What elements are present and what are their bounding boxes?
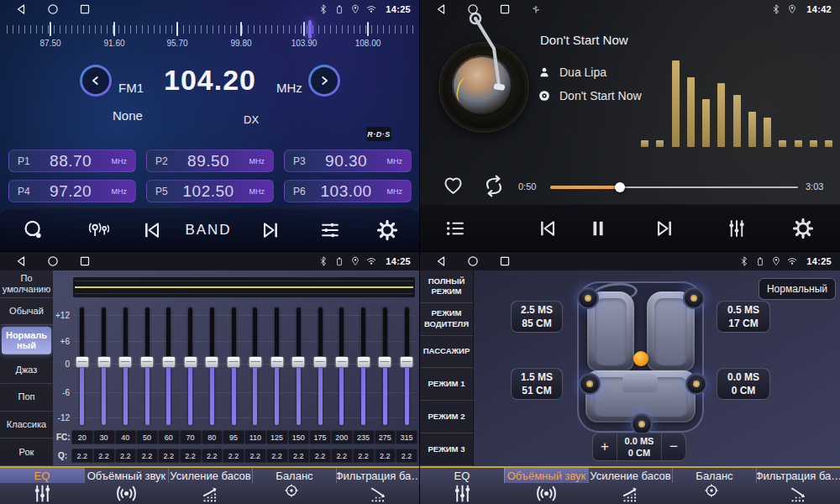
front-right-speaker-icon[interactable] — [683, 287, 705, 309]
nav-recents-icon[interactable] — [79, 3, 91, 15]
mode-passenger[interactable]: ПАССАЖИР — [420, 336, 473, 369]
progress-knob[interactable] — [615, 182, 625, 192]
eq-band-slider[interactable] — [375, 307, 396, 425]
tab-filter[interactable]: Фильтрация ба… — [336, 468, 420, 504]
slider-handle[interactable] — [161, 356, 176, 368]
slider-handle[interactable] — [75, 356, 89, 368]
nav-recents-icon[interactable] — [79, 255, 91, 267]
tab-bass-boost[interactable]: Усиление басов — [588, 468, 672, 504]
slider-handle[interactable] — [227, 356, 241, 368]
eq-preset-normal-selected[interactable]: Нормальный — [2, 327, 51, 354]
slider-handle[interactable] — [356, 356, 370, 368]
favorite-heart-icon[interactable] — [442, 176, 465, 197]
mode-2[interactable]: РЕЖИМ 2 — [420, 401, 473, 433]
eq-preset-jazz[interactable]: Джаз — [0, 356, 53, 384]
eq-preset-custom[interactable]: Обычай — [0, 298, 53, 326]
mode-1[interactable]: РЕЖИМ 1 — [420, 368, 473, 401]
eq-band-slider[interactable] — [202, 307, 223, 425]
eq-band-slider[interactable] — [266, 307, 287, 425]
preset-button-p1[interactable]: P1 88.70 MHz — [8, 150, 136, 172]
nav-back-icon[interactable] — [435, 255, 447, 267]
slider-handle[interactable] — [291, 356, 306, 368]
eq-band-slider[interactable] — [331, 307, 352, 425]
slider-handle[interactable] — [97, 356, 111, 368]
preset-button-p5[interactable]: P5 102.50 MHz — [146, 180, 274, 202]
rear-right-speaker-icon[interactable] — [685, 373, 707, 395]
eq-band-slider[interactable] — [180, 307, 201, 425]
audio-settings-icon[interactable] — [320, 220, 341, 241]
eq-band-slider[interactable] — [353, 307, 374, 425]
progress-bar[interactable] — [550, 186, 798, 188]
rear-left-delay-button[interactable]: 1.5 MS 51 CM — [511, 368, 563, 400]
slider-handle[interactable] — [183, 356, 197, 368]
repeat-icon[interactable] — [481, 175, 507, 197]
slider-handle[interactable] — [205, 356, 219, 368]
nav-home-icon[interactable] — [467, 3, 479, 15]
eq-preset-default[interactable]: По умолчанию — [0, 270, 53, 298]
gear-icon[interactable] — [377, 220, 398, 241]
slider-handle[interactable] — [334, 356, 349, 368]
listening-position-dot[interactable] — [633, 351, 648, 366]
slider-handle[interactable] — [140, 356, 155, 368]
nav-recents-icon[interactable] — [499, 3, 511, 15]
eq-band-slider[interactable] — [137, 307, 158, 425]
mode-full[interactable]: ПОЛНЫЙ РЕЖИМ — [420, 270, 473, 303]
mode-driver[interactable]: РЕЖИМ ВОДИТЕЛЯ — [420, 303, 473, 336]
slider-handle[interactable] — [378, 356, 392, 368]
tab-filter[interactable]: Фильтрация ба… — [756, 468, 840, 504]
eq-preset-classic[interactable]: Классика — [0, 412, 53, 439]
tab-balance[interactable]: Баланс — [252, 468, 336, 504]
nav-back-icon[interactable] — [435, 3, 447, 15]
eq-preset-rock[interactable]: Рок — [0, 438, 53, 466]
nav-home-icon[interactable] — [467, 255, 479, 267]
seek-next-icon[interactable] — [260, 220, 281, 241]
tab-balance[interactable]: Баланс — [672, 468, 756, 504]
slider-handle[interactable] — [400, 356, 414, 368]
band-button[interactable]: BAND — [185, 222, 231, 239]
eq-band-slider[interactable] — [288, 307, 309, 425]
mode-3[interactable]: РЕЖИМ 3 — [420, 433, 473, 466]
slider-handle[interactable] — [313, 356, 328, 368]
nav-home-icon[interactable] — [47, 3, 59, 15]
next-track-icon[interactable] — [654, 218, 675, 239]
slider-handle[interactable] — [248, 356, 262, 368]
tuning-scale[interactable]: 87.50 91.60 95.70 99.80 103.90 108.00 — [7, 20, 413, 50]
tune-down-button[interactable] — [80, 65, 112, 97]
tab-surround[interactable]: Объёмный звук — [504, 468, 588, 504]
nav-recents-icon[interactable] — [499, 255, 511, 267]
delay-decrease-button[interactable]: − — [662, 433, 685, 460]
slider-handle[interactable] — [270, 356, 284, 368]
front-left-speaker-icon[interactable] — [577, 287, 599, 309]
equalizer-icon[interactable] — [727, 218, 748, 239]
eq-band-slider[interactable] — [71, 307, 92, 425]
tab-eq[interactable]: EQ — [420, 468, 504, 504]
delay-increase-button[interactable]: + — [593, 433, 617, 460]
rear-left-speaker-icon[interactable] — [579, 373, 601, 395]
eq-band-slider[interactable] — [396, 307, 417, 425]
nav-back-icon[interactable] — [15, 3, 27, 15]
eq-band-slider[interactable] — [158, 307, 179, 425]
slider-handle[interactable] — [118, 356, 133, 368]
eq-band-slider[interactable] — [310, 307, 331, 425]
dx-mode[interactable]: DX — [244, 113, 259, 126]
pause-icon[interactable] — [588, 218, 609, 239]
eq-band-slider[interactable] — [244, 307, 265, 425]
playlist-icon[interactable] — [445, 218, 466, 239]
previous-track-icon[interactable] — [538, 218, 559, 239]
preset-button-p2[interactable]: P2 89.50 MHz — [146, 150, 274, 172]
nav-back-icon[interactable] — [15, 255, 27, 267]
tab-bass-boost[interactable]: Усиление басов — [168, 468, 252, 504]
preset-button-p4[interactable]: P4 97.20 MHz — [8, 180, 136, 202]
nav-home-icon[interactable] — [47, 255, 59, 267]
eq-preset-pop[interactable]: Поп — [0, 384, 53, 412]
front-left-delay-button[interactable]: 2.5 MS 85 CM — [511, 301, 563, 333]
rear-right-delay-button[interactable]: 0.0 MS 0 CM — [717, 368, 770, 400]
stereo-broadcast-icon[interactable] — [89, 220, 110, 241]
tab-eq[interactable]: EQ — [0, 468, 84, 504]
tune-up-button[interactable] — [308, 65, 340, 97]
preset-button-p6[interactable]: P6 103.00 MHz — [284, 180, 412, 202]
front-right-delay-button[interactable]: 0.5 MS 17 CM — [717, 301, 770, 333]
eq-band-slider[interactable] — [115, 307, 136, 425]
eq-band-slider[interactable] — [93, 307, 114, 425]
eq-band-slider[interactable] — [223, 307, 244, 425]
